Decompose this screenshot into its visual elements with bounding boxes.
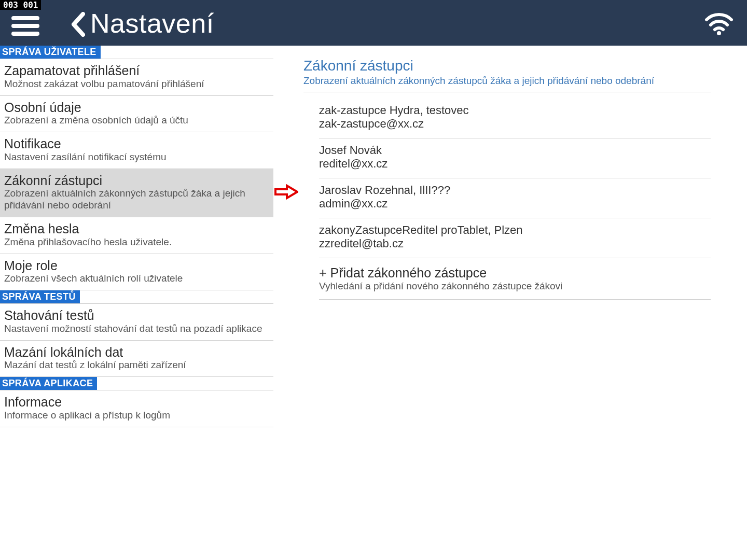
menu-item-subtitle: Nastavení možností stahování dat testů n… — [4, 323, 269, 335]
guardian-email: zak-zastupce@xx.cz — [319, 117, 711, 131]
menu-item-subtitle: Nastavení zasílání notifikací systému — [4, 151, 269, 163]
menu-item-my-roles[interactable]: Moje roleZobrazení všech aktuálních rolí… — [0, 254, 273, 291]
panel-title: Zákonní zástupci — [303, 58, 711, 74]
menu-item-notifications[interactable]: NotifikaceNastavení zasílání notifikací … — [0, 132, 273, 169]
menu-item-title: Stahování testů — [4, 308, 269, 323]
menu-item-subtitle: Mazání dat testů z lokální paměti zaříze… — [4, 359, 269, 371]
menu-item-information[interactable]: InformaceInformace o aplikaci a přístup … — [0, 390, 273, 427]
settings-menu: SPRÁVA UŽIVATELEZapamatovat přihlášeníMo… — [0, 46, 273, 560]
menu-item-title: Notifikace — [4, 136, 269, 151]
panel-subtitle: Zobrazení aktuálních zákonných zástupců … — [303, 75, 711, 87]
menu-item-delete-local[interactable]: Mazání lokálních datMazání dat testů z l… — [0, 341, 273, 377]
menu-item-subtitle: Informace o aplikaci a přístup k logům — [4, 410, 269, 422]
add-guardian-subtitle: Vyhledání a přidání nového zákonného zás… — [319, 281, 711, 292]
menu-item-title: Osobní údaje — [4, 100, 269, 115]
wifi-icon — [704, 12, 734, 37]
menu-item-download-tests[interactable]: Stahování testůNastavení možností stahov… — [0, 304, 273, 341]
back-icon[interactable] — [71, 12, 85, 37]
menu-item-personal-data[interactable]: Osobní údajeZobrazení a změna osobních ú… — [0, 96, 273, 133]
menu-item-subtitle: Zobrazení aktuálních zákonných zástupců … — [4, 188, 269, 212]
page-title: Nastavení — [90, 8, 214, 39]
section-header-user: SPRÁVA UŽIVATELE — [0, 46, 273, 59]
guardian-row[interactable]: Josef Novákreditel@xx.cz — [319, 138, 711, 178]
svg-point-0 — [717, 31, 721, 35]
guardian-email: admin@xx.cz — [319, 197, 711, 211]
menu-item-subtitle: Zobrazení všech aktuálních rolí uživatel… — [4, 273, 269, 285]
guardian-name: Jaroslav Rozehnal, IlII??? — [319, 184, 711, 197]
add-guardian-title: + Přidat zákonného zástupce — [319, 265, 711, 281]
menu-item-title: Moje role — [4, 258, 269, 273]
menu-item-subtitle: Změna přihlašovacího hesla uživatele. — [4, 236, 269, 248]
guardian-email: reditel@xx.cz — [319, 157, 711, 171]
menu-item-remember-login[interactable]: Zapamatovat přihlášeníMožnost zakázat vo… — [0, 59, 273, 96]
add-guardian-button[interactable]: + Přidat zákonného zástupceVyhledání a p… — [319, 258, 711, 300]
section-label: SPRÁVA TESTŮ — [0, 290, 80, 303]
section-header-app: SPRÁVA APLIKACE — [0, 377, 273, 390]
section-header-tests: SPRÁVA TESTŮ — [0, 290, 273, 304]
divider — [303, 92, 711, 92]
guardian-row[interactable]: Jaroslav Rozehnal, IlII???admin@xx.cz — [319, 178, 711, 218]
guardian-name: zakonyZastupceReditel proTablet, Plzen — [319, 223, 711, 237]
section-label: SPRÁVA UŽIVATELE — [0, 46, 101, 59]
menu-item-title: Zapamatovat přihlášení — [4, 63, 269, 78]
menu-item-title: Zákonní zástupci — [4, 173, 269, 188]
menu-item-title: Změna hesla — [4, 221, 269, 236]
guardian-email: zzreditel@tab.cz — [319, 237, 711, 250]
menu-icon[interactable] — [11, 16, 39, 36]
guardian-row[interactable]: zakonyZastupceReditel proTablet, Plzenzz… — [319, 218, 711, 258]
menu-item-change-password[interactable]: Změna heslaZměna přihlašovacího hesla už… — [0, 217, 273, 254]
menu-item-guardians[interactable]: Zákonní zástupciZobrazení aktuálních zák… — [0, 169, 273, 217]
arrow-right-icon — [274, 184, 298, 202]
menu-item-title: Mazání lokálních dat — [4, 345, 269, 360]
section-label: SPRÁVA APLIKACE — [0, 377, 97, 390]
guardian-row[interactable]: zak-zastupce Hydra, testoveczak-zastupce… — [319, 104, 711, 138]
menu-item-subtitle: Zobrazení a změna osobních údajů a účtu — [4, 115, 269, 127]
menu-item-subtitle: Možnost zakázat volbu pamatování přihláš… — [4, 78, 269, 90]
guardian-name: zak-zastupce Hydra, testovec — [319, 104, 711, 117]
menu-item-title: Informace — [4, 395, 269, 410]
guardian-list: zak-zastupce Hydra, testoveczak-zastupce… — [319, 104, 711, 300]
app-header: Nastavení — [0, 0, 747, 46]
status-bar: 003 001 — [0, 0, 41, 10]
detail-panel: Zákonní zástupci Zobrazení aktuálních zá… — [273, 46, 747, 560]
guardian-name: Josef Novák — [319, 144, 711, 157]
